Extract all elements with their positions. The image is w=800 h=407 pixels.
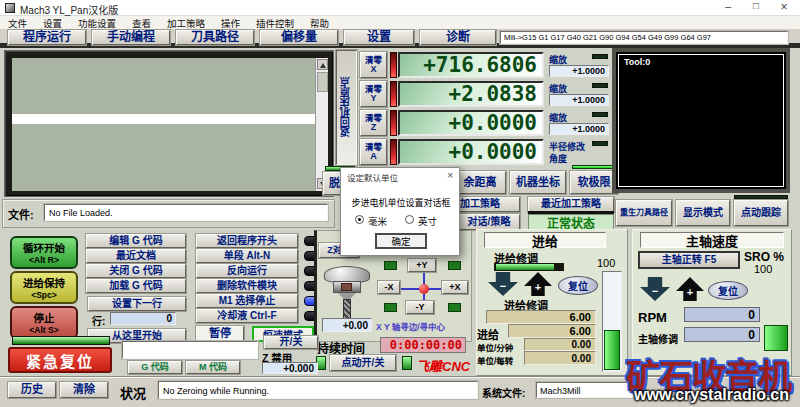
menu-operator[interactable]: 操作 (213, 16, 248, 30)
stop-label: 停止 (34, 310, 55, 325)
stop-button[interactable]: 停止 <Alt S> (10, 306, 78, 339)
onoff-button[interactable]: 开/关 (264, 336, 318, 349)
feed-hold-button[interactable]: 进给保持 <Spc> (10, 271, 78, 304)
mdi-entry-field[interactable] (122, 341, 258, 359)
history-button[interactable]: 历史 (8, 382, 56, 398)
tab-program-run[interactable]: 程序运行 (8, 30, 86, 45)
zero-a-button[interactable]: 清零A (360, 139, 387, 165)
line-field[interactable]: 0 (110, 312, 176, 325)
jog-plus-y-button[interactable]: +Y (408, 259, 436, 272)
menu-function[interactable]: 功能设置 (70, 16, 124, 30)
last-wizard-button[interactable]: 最近加工策略 (528, 197, 614, 212)
rpm-dro[interactable]: 0 (684, 307, 760, 322)
a-dro[interactable]: +0.0000 (398, 139, 544, 165)
feed-slider-track[interactable] (602, 271, 622, 372)
m1-optional-stop-button[interactable]: M1 选择停止 (196, 294, 298, 308)
radio-inch-label[interactable]: 英寸 (418, 214, 437, 228)
single-step-button[interactable]: 单段 Alt-N (196, 249, 298, 263)
y-scale-dro[interactable]: +1.0000 (549, 94, 609, 106)
estop-button[interactable]: 紧急复位 (8, 347, 112, 373)
togo-button[interactable]: 余距离 (454, 171, 506, 194)
spindle-forward-button[interactable]: 主轴正转 F5 (638, 251, 740, 269)
dialog-close-icon[interactable]: × (447, 169, 453, 181)
scroll-up-icon[interactable] (317, 59, 328, 70)
jog-toggle-button[interactable]: 点动开/关 (330, 355, 396, 371)
spindle-reset-button[interactable]: 复位 (708, 281, 748, 300)
toolpath-display[interactable]: Tool:0 (612, 48, 790, 193)
load-gcode-button[interactable]: 加载 G 代码 (86, 279, 186, 293)
feed-hold-label: 进给保持 (23, 275, 65, 290)
menu-config[interactable]: 设置 (35, 16, 70, 30)
jog-plus-x-button[interactable]: +X (442, 281, 468, 294)
tab-toolpath[interactable]: 刀具路径 (176, 30, 254, 45)
cycle-start-label: 循环开始 (23, 240, 65, 255)
machine-coords-button[interactable]: 机器坐标 (510, 171, 566, 194)
mcode-ref-button[interactable]: M 代码 (186, 361, 240, 374)
set-next-line-button[interactable]: 设置下一行 (88, 297, 186, 311)
jog-follow-button[interactable]: 点动跟踪 (734, 200, 788, 226)
zero-x-button[interactable]: 清零X (360, 52, 387, 78)
minimize-icon[interactable]: – (714, 0, 742, 15)
spindle-slider-thumb[interactable] (764, 325, 788, 351)
jog-minus-y-button[interactable]: -Y (406, 301, 434, 314)
regen-toolpath-button[interactable]: 重生刀具路径 (616, 200, 672, 226)
reverse-run-button[interactable]: 反向运行 (196, 264, 298, 278)
cycle-start-button[interactable]: 循环开始 <Alt R> (10, 236, 78, 269)
conversational-button[interactable]: 对话/策略 (458, 214, 520, 230)
radio-mm-label[interactable]: 毫米 (368, 214, 387, 228)
axis-label: Z (371, 123, 377, 132)
feed-dro[interactable]: 6.00 (508, 324, 596, 338)
gcode-list[interactable] (12, 58, 315, 191)
jog-minus-x-button[interactable]: -X (378, 281, 400, 294)
spindle-tool-icon (324, 266, 370, 320)
z-dro[interactable]: +0.0000 (398, 110, 544, 136)
menu-view[interactable]: 查看 (124, 16, 159, 30)
profile-label: 系统文件: (482, 385, 525, 400)
feed-slider-thumb[interactable] (604, 330, 620, 370)
units-dialog: 设定默认单位 × 步进电机单位设置对话框 毫米 英寸 确定 (340, 167, 460, 256)
menu-help[interactable]: 帮助 (302, 16, 337, 30)
stop-key: <Alt S> (29, 325, 58, 335)
gcode-window (4, 50, 334, 197)
close-icon[interactable]: × (770, 0, 798, 15)
z-led (390, 110, 397, 136)
feed-override-dro[interactable]: 6.00 (486, 310, 596, 324)
clear-status-button[interactable]: 清除 (60, 382, 108, 398)
edit-gcode-button[interactable]: 编辑 G 代码 (86, 234, 186, 248)
x-dro[interactable]: +716.6806 (398, 52, 544, 78)
coolant-button[interactable]: 冷却液 Ctrl-F (196, 309, 298, 323)
menu-file[interactable]: 文件 (0, 16, 35, 30)
menu-plugin[interactable]: 插件控制 (248, 16, 302, 30)
display-mode-button[interactable]: 显示模式 (676, 200, 730, 226)
gcode-modes-field: Mill->G15 G1 G17 G40 G21 G90 G94 G54 G49… (500, 31, 788, 44)
tab-mdi[interactable]: 手动编程 (92, 30, 170, 45)
z-inhibit-dro[interactable]: +0.000 (262, 362, 318, 374)
dialog-ok-button[interactable]: 确定 (375, 233, 427, 249)
spindle-override-dro[interactable]: 0 (684, 327, 760, 342)
close-gcode-button[interactable]: 关闭 G 代码 (86, 264, 186, 278)
delete-block-button[interactable]: 删除软件模块 (196, 279, 298, 293)
gcode-ref-button[interactable]: G 代码 (128, 361, 182, 374)
maximize-icon[interactable]: □ (742, 0, 770, 15)
rewind-button[interactable]: 返回程序开头 (196, 234, 298, 248)
zero-z-button[interactable]: 清零Z (360, 110, 387, 136)
x-scale-led (592, 54, 608, 59)
menu-wizards[interactable]: 加工策略 (159, 16, 213, 30)
tab-settings[interactable]: 设置 (344, 30, 414, 45)
goto-home-button[interactable]: 返回机床原点 (336, 50, 357, 165)
tab-diagnostics[interactable]: 诊断 (420, 30, 496, 45)
radio-mm[interactable] (355, 215, 364, 224)
feed-reset-button[interactable]: 复位 (558, 276, 598, 295)
tool-length-dro[interactable]: +0.00 (322, 318, 372, 332)
tab-offsets[interactable]: 偏移量 (260, 30, 338, 45)
x-scale-dro[interactable]: +1.0000 (549, 65, 609, 77)
zero-y-button[interactable]: 清零Y (360, 81, 387, 107)
radio-inch[interactable] (405, 215, 414, 224)
pause-button[interactable]: 暂停 (196, 326, 244, 342)
scroll-thumb[interactable] (317, 72, 328, 92)
soft-limits-button[interactable]: 软极限 (570, 171, 618, 194)
z-scale-dro[interactable]: +1.0000 (549, 123, 609, 135)
recent-files-button[interactable]: 最近文档 (86, 249, 186, 263)
y-dro[interactable]: +2.0838 (398, 81, 544, 107)
units-rev-label: 单位/每转 (477, 354, 513, 366)
